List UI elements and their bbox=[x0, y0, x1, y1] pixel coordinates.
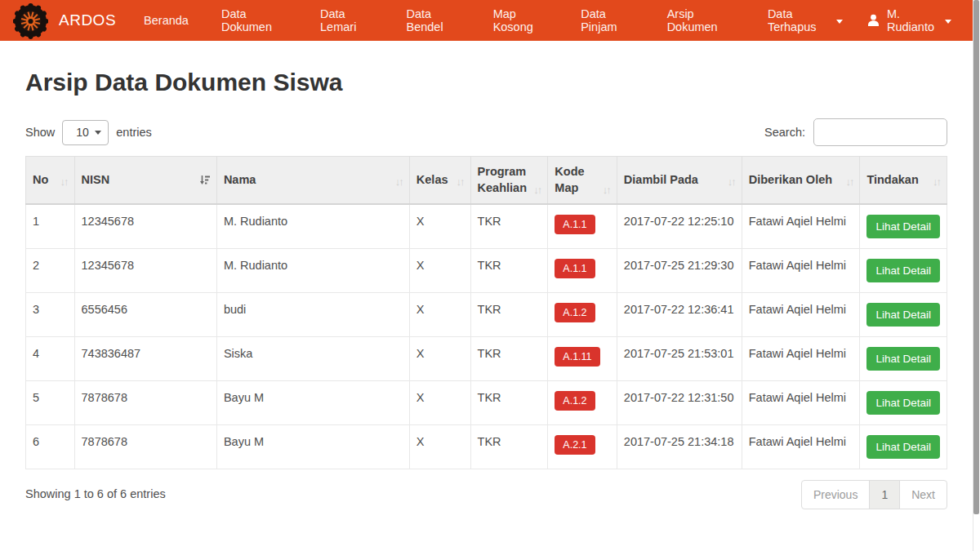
sort-both-icon: ↓↑ bbox=[60, 176, 68, 188]
cell-no: 5 bbox=[26, 381, 75, 425]
column-header-inner: Tindakan↓↑ bbox=[866, 172, 940, 189]
navbar-item-data-terhapus: Data Terhapus bbox=[751, 0, 859, 41]
kode-map-button[interactable]: A.1.2 bbox=[555, 303, 595, 322]
page-length-select[interactable]: 10 bbox=[62, 120, 109, 145]
navbar-item-data-lemari: Data Lemari bbox=[304, 0, 390, 41]
pagination-previous[interactable]: Previous bbox=[801, 480, 870, 509]
navbar-link-arsip-dokumen[interactable]: Arsip Dokumen bbox=[651, 0, 751, 41]
column-header-kode_map[interactable]: Kode Map↓↑ bbox=[548, 157, 617, 205]
navbar-link-beranda[interactable]: Beranda bbox=[127, 0, 205, 41]
search-control: Search: bbox=[764, 118, 947, 146]
table-row: 36556456budiXTKRA.1.22017-07-22 12:36:41… bbox=[26, 293, 947, 337]
page-length-value: 10 bbox=[76, 126, 89, 139]
table-header: No↓↑NISNNama↓↑Kelas↓↑Program Keahlian↓↑K… bbox=[26, 157, 947, 205]
cell-diambil: 2017-07-22 12:25:10 bbox=[617, 204, 742, 249]
cell-nisn: 6556456 bbox=[74, 293, 216, 337]
cell-program: TKR bbox=[470, 425, 548, 469]
page-scrollbar-track[interactable] bbox=[973, 0, 980, 551]
table-row: 57878678Bayu MXTKRA.1.22017-07-22 12:31:… bbox=[26, 381, 947, 425]
column-header-inner: NISN bbox=[82, 172, 210, 189]
navbar-link-map-kosong[interactable]: Map Kosong bbox=[477, 0, 565, 41]
column-header-oleh[interactable]: Diberikan Oleh↓↑ bbox=[742, 157, 860, 205]
navbar-item-arsip-dokumen: Arsip Dokumen bbox=[651, 0, 751, 41]
cell-tindakan: Lihat Detail bbox=[860, 249, 947, 293]
navbar-link-data-terhapus[interactable]: Data Terhapus bbox=[751, 0, 859, 41]
main-content: Arsip Data Dokumen Siswa Show 10 entries… bbox=[0, 69, 973, 509]
navbar-link-label: Data Bendel bbox=[406, 7, 460, 33]
sort-both-icon: ↓↑ bbox=[728, 176, 735, 188]
navbar-link-label: Data Terhapus bbox=[768, 7, 831, 33]
pagination: Previous 1 Next bbox=[801, 480, 947, 509]
navbar-link-label: Map Kosong bbox=[493, 7, 549, 33]
column-label: Nama bbox=[224, 172, 256, 189]
kode-map-button[interactable]: A.1.2 bbox=[555, 391, 595, 411]
user-name: M. Rudianto bbox=[887, 7, 939, 33]
cell-no: 3 bbox=[26, 293, 75, 337]
navbar-item-data-dokumen: Data Dokumen bbox=[205, 0, 304, 41]
lihat-detail-button[interactable]: Lihat Detail bbox=[866, 215, 940, 238]
navbar-link-data-bendel[interactable]: Data Bendel bbox=[390, 0, 476, 41]
sort-asc-icon bbox=[199, 175, 210, 188]
column-header-program[interactable]: Program Keahlian↓↑ bbox=[470, 157, 548, 205]
pagination-next[interactable]: Next bbox=[899, 480, 947, 509]
column-header-kelas[interactable]: Kelas↓↑ bbox=[409, 157, 470, 205]
column-header-no[interactable]: No↓↑ bbox=[26, 157, 75, 205]
page: ARDOS BerandaData DokumenData LemariData… bbox=[0, 0, 973, 551]
page-scrollbar-thumb[interactable] bbox=[973, 0, 979, 514]
lihat-detail-button[interactable]: Lihat Detail bbox=[866, 391, 940, 415]
column-header-inner: Kelas↓↑ bbox=[416, 172, 464, 189]
navbar-link-data-pinjam[interactable]: Data Pinjam bbox=[564, 0, 650, 41]
navbar-link-data-dokumen[interactable]: Data Dokumen bbox=[205, 0, 304, 41]
cell-kode_map: A.2.1 bbox=[548, 425, 617, 469]
cell-kelas: X bbox=[409, 381, 470, 425]
cell-nisn: 743836487 bbox=[74, 337, 216, 381]
cell-nisn: 7878678 bbox=[74, 381, 216, 425]
lihat-detail-button[interactable]: Lihat Detail bbox=[866, 435, 940, 459]
cell-no: 1 bbox=[26, 204, 75, 249]
navbar-link-data-lemari[interactable]: Data Lemari bbox=[304, 0, 390, 41]
cell-nama: Bayu M bbox=[216, 425, 409, 469]
kode-map-button[interactable]: A.1.11 bbox=[555, 347, 599, 367]
column-header-inner: Diberikan Oleh↓↑ bbox=[749, 172, 853, 189]
cell-diambil: 2017-07-25 21:53:01 bbox=[617, 337, 742, 381]
cell-nisn: 12345678 bbox=[74, 249, 216, 293]
cell-tindakan: Lihat Detail bbox=[860, 425, 947, 469]
column-label: Tindakan bbox=[866, 172, 918, 189]
lihat-detail-button[interactable]: Lihat Detail bbox=[866, 303, 940, 327]
search-input[interactable] bbox=[813, 118, 947, 146]
sort-both-icon: ↓↑ bbox=[933, 176, 940, 188]
column-header-tindakan[interactable]: Tindakan↓↑ bbox=[860, 157, 947, 205]
column-label: Kelas bbox=[416, 172, 448, 189]
navbar-link-label: Arsip Dokumen bbox=[667, 7, 735, 33]
page-length-control: Show 10 entries bbox=[25, 120, 152, 145]
column-header-nama[interactable]: Nama↓↑ bbox=[216, 157, 409, 205]
cell-nama: Siska bbox=[216, 337, 409, 381]
cell-no: 2 bbox=[26, 249, 75, 293]
kode-map-button[interactable]: A.1.1 bbox=[555, 215, 595, 234]
cell-kode_map: A.1.2 bbox=[548, 381, 617, 425]
user-menu-area: M. Rudianto bbox=[859, 0, 960, 41]
column-header-inner: Diambil Pada↓↑ bbox=[624, 172, 735, 189]
column-header-diambil[interactable]: Diambil Pada↓↑ bbox=[617, 157, 742, 205]
lihat-detail-button[interactable]: Lihat Detail bbox=[866, 259, 940, 282]
column-header-nisn[interactable]: NISN bbox=[74, 157, 216, 205]
cell-oleh: Fatawi Aqiel Helmi bbox=[742, 293, 860, 337]
pagination-page-1[interactable]: 1 bbox=[869, 480, 900, 509]
sort-both-icon: ↓↑ bbox=[457, 176, 464, 188]
table-row: 112345678M. RudiantoXTKRA.1.12017-07-22 … bbox=[26, 204, 947, 249]
column-label: No bbox=[33, 172, 48, 189]
user-menu[interactable]: M. Rudianto bbox=[859, 0, 960, 41]
kode-map-button[interactable]: A.2.1 bbox=[555, 435, 595, 455]
cell-diambil: 2017-07-22 12:31:50 bbox=[617, 381, 742, 425]
cell-oleh: Fatawi Aqiel Helmi bbox=[742, 249, 860, 293]
cell-nama: M. Rudianto bbox=[216, 204, 409, 249]
cell-diambil: 2017-07-22 12:36:41 bbox=[617, 293, 742, 337]
cell-diambil: 2017-07-25 21:34:18 bbox=[617, 425, 742, 469]
column-header-inner: Kode Map↓↑ bbox=[555, 164, 609, 196]
cell-oleh: Fatawi Aqiel Helmi bbox=[742, 425, 860, 469]
navbar-link-label: Data Dokumen bbox=[221, 7, 287, 33]
brand-ardos[interactable]: ARDOS bbox=[59, 11, 116, 29]
kode-map-button[interactable]: A.1.1 bbox=[555, 259, 595, 278]
column-header-inner: No↓↑ bbox=[33, 172, 68, 189]
lihat-detail-button[interactable]: Lihat Detail bbox=[866, 347, 940, 371]
